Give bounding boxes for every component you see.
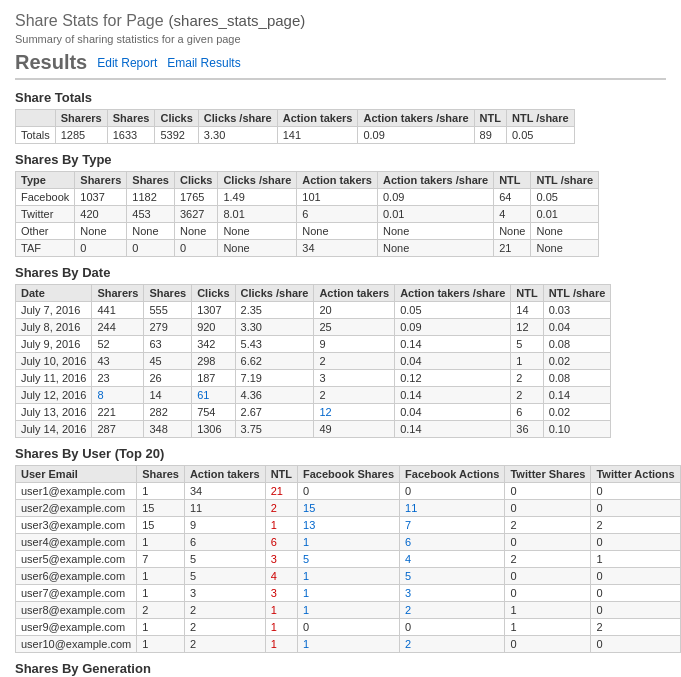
table-row: user9@example.com121001200	[16, 619, 682, 636]
col-header: NTL /share	[531, 172, 599, 189]
col-header: User Email	[16, 466, 137, 483]
table-cell: 0.09	[378, 189, 494, 206]
table-cell: 26	[144, 370, 192, 387]
table-cell: 1	[137, 568, 185, 585]
table-cell: 2	[184, 636, 265, 653]
table-cell: 6	[184, 534, 265, 551]
col-header: Shares	[107, 110, 155, 127]
table-cell: 1306	[192, 421, 235, 438]
col-header	[16, 110, 56, 127]
table-cell: 3	[184, 585, 265, 602]
table-cell: 2	[511, 387, 543, 404]
table-cell: user10@example.com	[16, 636, 137, 653]
table-cell: 5	[184, 551, 265, 568]
shares-by-generation-section: Shares By Generation Note that this does…	[15, 661, 666, 677]
col-header: NTL /share	[543, 285, 611, 302]
table-cell: 1	[265, 619, 297, 636]
col-header: Clicks	[155, 110, 198, 127]
table-row: user7@example.com133130000	[16, 585, 682, 602]
table-cell: 11	[400, 500, 505, 517]
table-cell: 49	[314, 421, 395, 438]
table-cell: 3	[265, 585, 297, 602]
table-cell: 1	[298, 585, 400, 602]
table-cell: 0.14	[395, 421, 511, 438]
results-bar: Results Edit Report Email Results	[15, 51, 666, 80]
edit-report-link[interactable]: Edit Report	[97, 56, 157, 70]
shares-by-type-section: Shares By Type TypeSharersSharesClicksCl…	[15, 152, 666, 257]
shares-by-generation-title: Shares By Generation	[15, 661, 666, 676]
col-header: NTL	[511, 285, 543, 302]
table-cell: 0.10	[543, 421, 611, 438]
table-cell: 5392	[155, 127, 198, 144]
table-cell: July 13, 2016	[16, 404, 92, 421]
table-cell: 6	[297, 206, 378, 223]
col-header: Action takers /share	[378, 172, 494, 189]
page-subtitle: Summary of sharing statistics for a give…	[15, 33, 666, 45]
table-cell: user4@example.com	[16, 534, 137, 551]
table-cell: 0.05	[531, 189, 599, 206]
table-cell: 14	[144, 387, 192, 404]
table-row: user6@example.com154150000	[16, 568, 682, 585]
table-cell: 1	[511, 353, 543, 370]
table-cell: 1285	[55, 127, 107, 144]
col-header: Action takers	[297, 172, 378, 189]
table-row: TAF000None34None21None	[16, 240, 599, 257]
table-cell: 23	[92, 370, 144, 387]
table-cell: 453	[127, 206, 175, 223]
table-row: Twitter42045336278.0160.0140.01	[16, 206, 599, 223]
table-cell: 0.05	[506, 127, 574, 144]
table-cell: 1037	[75, 189, 127, 206]
col-header: Shares	[144, 285, 192, 302]
col-header: NTL	[494, 172, 531, 189]
table-cell: Facebook	[16, 189, 75, 206]
table-cell: 12	[511, 319, 543, 336]
table-cell: July 14, 2016	[16, 421, 92, 438]
table-cell: 282	[144, 404, 192, 421]
table-cell: 1307	[192, 302, 235, 319]
table-row: OtherNoneNoneNoneNoneNoneNoneNoneNone	[16, 223, 599, 240]
col-header: Sharers	[75, 172, 127, 189]
table-cell: 8	[92, 387, 144, 404]
table-cell: July 12, 2016	[16, 387, 92, 404]
table-cell: 221	[92, 404, 144, 421]
table-cell: 0	[505, 636, 591, 653]
table-row: July 13, 20162212827542.67120.0460.02	[16, 404, 611, 421]
table-cell: 287	[92, 421, 144, 438]
share-totals-section: Share Totals SharersSharesClicksClicks /…	[15, 90, 666, 144]
table-cell: user8@example.com	[16, 602, 137, 619]
table-cell: 4	[265, 568, 297, 585]
table-row: July 14, 201628734813063.75490.14360.10	[16, 421, 611, 438]
table-cell: 1	[505, 602, 591, 619]
table-cell: user1@example.com	[16, 483, 137, 500]
table-cell: 5	[511, 336, 543, 353]
table-cell: 21	[265, 483, 297, 500]
table-cell: July 7, 2016	[16, 302, 92, 319]
table-cell: 1	[137, 585, 185, 602]
col-header: Action takers	[314, 285, 395, 302]
col-header: Action takers /share	[395, 285, 511, 302]
table-cell: Other	[16, 223, 75, 240]
table-cell: 0.09	[395, 319, 511, 336]
table-cell: 6.62	[235, 353, 314, 370]
table-cell: 45	[144, 353, 192, 370]
table-cell: 14	[511, 302, 543, 319]
table-row: July 12, 2016814614.3620.1420.14	[16, 387, 611, 404]
table-cell: 6	[400, 534, 505, 551]
table-cell: 0.08	[543, 336, 611, 353]
table-cell: 0	[505, 483, 591, 500]
table-cell: 0	[591, 568, 680, 585]
table-cell: 0.14	[543, 387, 611, 404]
table-cell: 920	[192, 319, 235, 336]
table-cell: 2	[184, 619, 265, 636]
col-header: Clicks	[192, 285, 235, 302]
table-cell: 4.36	[235, 387, 314, 404]
email-results-link[interactable]: Email Results	[167, 56, 240, 70]
table-cell: 2	[505, 551, 591, 568]
col-header: Sharers	[55, 110, 107, 127]
page-title-main: Share Stats for Page	[15, 12, 164, 29]
col-header: NTL	[474, 110, 506, 127]
table-cell: 9	[314, 336, 395, 353]
table-cell: 1	[265, 602, 297, 619]
table-row: user10@example.com121120000	[16, 636, 682, 653]
table-cell: 52	[92, 336, 144, 353]
